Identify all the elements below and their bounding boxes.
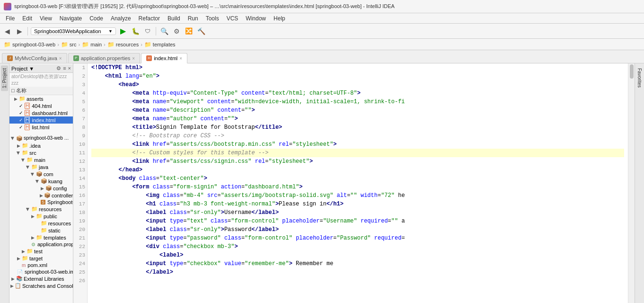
folder-icon: 📁 bbox=[19, 96, 26, 102]
folder-icon: 📁 bbox=[41, 227, 47, 233]
tree-item-dashboard[interactable]: ✓ H dashboard.html bbox=[9, 109, 73, 116]
src-breadcrumb[interactable]: 📁 src bbox=[61, 41, 77, 48]
menu-item-analyze[interactable]: Analyze bbox=[107, 14, 135, 23]
code-line-11: <!-- Custom styles for this template --> bbox=[91, 149, 624, 157]
tree-item-asserts[interactable]: ▶ 📁 asserts bbox=[9, 95, 73, 102]
menu-item-view[interactable]: View bbox=[36, 14, 56, 23]
title-bar: springboot-03-web [F:\班级管理\西开 [19525] ]2… bbox=[0, 0, 644, 13]
favorites-tab-label[interactable]: Favorites bbox=[636, 65, 643, 90]
tab-close-icon[interactable]: × bbox=[132, 56, 135, 61]
menu-item-navigate[interactable]: Navigate bbox=[56, 14, 86, 23]
tree-idea[interactable]: ▶ 📁 .idea bbox=[9, 142, 73, 149]
run-config-selector[interactable]: Springboot03WebApplication ▼ bbox=[31, 27, 116, 35]
java-file-icon: S bbox=[41, 200, 45, 205]
project-tab-label[interactable]: 1: Project bbox=[1, 65, 8, 91]
tree-external-libs[interactable]: ▶ 📚 External Libraries bbox=[9, 275, 73, 282]
search-everywhere-icon[interactable]: 🔍 bbox=[159, 26, 169, 36]
menu-item-window[interactable]: Window bbox=[242, 14, 270, 23]
checkbox-icon: ✓ bbox=[19, 117, 23, 123]
tree-resources2[interactable]: 📁 resources bbox=[9, 220, 73, 227]
tab-mymvcconfig[interactable]: J MyMvcConfig.java × bbox=[2, 53, 67, 63]
code-line-22: <input type="password" class="form-contr… bbox=[91, 234, 624, 242]
code-line-18: <h1 class="h3 mb-3 font-weight-normal">P… bbox=[91, 200, 624, 208]
menu-item-code[interactable]: Code bbox=[86, 14, 107, 23]
templates-breadcrumb[interactable]: 📁 templates bbox=[144, 41, 176, 48]
menu-item-vcs[interactable]: VCS bbox=[223, 14, 242, 23]
debug-icon[interactable]: 🐛 bbox=[130, 26, 141, 36]
tree-root[interactable]: ▶ 📦 springboot-03-web F:\\班级管理... bbox=[9, 134, 73, 142]
tab-application-properties[interactable]: P application.properties × bbox=[68, 53, 140, 63]
tree-target[interactable]: ▶ 📁 target bbox=[9, 255, 73, 262]
tree-test[interactable]: ▶ 📁 test bbox=[9, 248, 73, 255]
menu-item-file[interactable]: File bbox=[2, 14, 18, 23]
folder-icon: 📁 bbox=[144, 41, 151, 48]
vcs-icon[interactable]: 🔀 bbox=[184, 26, 194, 36]
checkbox-icon: ✓ bbox=[19, 125, 23, 130]
back-icon[interactable]: ◀ bbox=[2, 26, 12, 36]
menu-item-edit[interactable]: Edit bbox=[18, 14, 36, 23]
main-layout: 1: Project Project ▼ ⚙ ≡ × ator\Desktop\… bbox=[0, 63, 644, 303]
tree-templates[interactable]: ▶ 📁 templates bbox=[9, 234, 73, 241]
code-line-20: <input type="text" class="form-control" … bbox=[91, 217, 624, 225]
tree-main[interactable]: ▶ 📁 main bbox=[9, 156, 73, 163]
scratches-label: Scratches and Consoles bbox=[22, 283, 73, 289]
tree-close-icon[interactable]: × bbox=[68, 65, 71, 71]
project-vertical-tab[interactable]: 1: Project bbox=[0, 63, 9, 303]
code-content: 1 2 3 4 5 6 7 8 9 10 11 12 13 14 15 16 1… bbox=[73, 63, 635, 303]
code-line-1: <!DOCTYPE html> bbox=[91, 63, 624, 72]
build-icon[interactable]: 🔨 bbox=[196, 26, 206, 36]
tree-arrow-icon: ▶ bbox=[30, 172, 35, 177]
tree-java[interactable]: ▶ 📁 java bbox=[9, 163, 73, 170]
html-file-icon: H bbox=[25, 124, 30, 130]
tree-pomxml[interactable]: m pom.xml bbox=[9, 262, 73, 268]
tree-static[interactable]: 📁 static bbox=[9, 227, 73, 234]
tree-config[interactable]: ▶ 📦 config bbox=[9, 185, 73, 192]
properties-file-icon: ⚙ bbox=[31, 242, 35, 247]
resources-breadcrumb[interactable]: 📁 resources bbox=[107, 41, 139, 48]
menu-item-build[interactable]: Build bbox=[164, 14, 184, 23]
main-breadcrumb[interactable]: 📁 main bbox=[82, 41, 102, 48]
name-column-header: □ 名称 bbox=[9, 87, 73, 95]
tree-iml[interactable]: 📄 springboot-03-web.iml bbox=[9, 268, 73, 275]
menu-item-refactor[interactable]: Refactor bbox=[135, 14, 164, 23]
tree-resources[interactable]: ▶ 📁 resources bbox=[9, 205, 73, 213]
code-line-25: <input type="checkbox" value="remember-m… bbox=[91, 259, 624, 268]
coverage-icon[interactable]: 🛡 bbox=[142, 26, 153, 36]
settings-icon[interactable]: ⚙ bbox=[171, 26, 182, 36]
tree-arrow-icon: ▶ bbox=[40, 193, 43, 198]
package-icon: 📦 bbox=[45, 185, 52, 191]
project-panel: 1: Project Project ▼ ⚙ ≡ × ator\Desktop\… bbox=[0, 63, 73, 303]
tree-public[interactable]: ▶ 📁 public bbox=[9, 213, 73, 220]
menu-item-run[interactable]: Run bbox=[184, 14, 202, 23]
tree-settings-icon[interactable]: ⚙ bbox=[56, 65, 61, 71]
tree-appprops[interactable]: ⚙ application.properties bbox=[9, 241, 73, 248]
tree-collapse-icon[interactable]: ≡ bbox=[63, 65, 66, 71]
tab-index-html[interactable]: H index.html × bbox=[141, 53, 187, 63]
editor-scrollbar-gutter[interactable] bbox=[628, 63, 635, 303]
java-file-icon: J bbox=[7, 55, 13, 61]
tree-src[interactable]: ▶ 📁 src bbox=[9, 149, 73, 156]
tree-controller[interactable]: ▶ 📦 controller bbox=[9, 192, 73, 199]
tree-item-404[interactable]: ✓ H 404.html bbox=[9, 102, 73, 109]
menu-item-help[interactable]: Help bbox=[270, 14, 289, 23]
tree-arrow-icon: ▶ bbox=[10, 276, 15, 281]
menu-item-tools[interactable]: Tools bbox=[202, 14, 223, 23]
tree-kuang[interactable]: ▶ 📦 kuang bbox=[9, 178, 73, 185]
code-editor[interactable]: <!DOCTYPE html> <html lang="en"> <head> … bbox=[88, 63, 628, 303]
code-line-21: <label class="sr-only">Password</label> bbox=[91, 225, 624, 234]
scrollbar-thumb[interactable] bbox=[630, 64, 634, 79]
folder-icon: 📁 bbox=[107, 41, 115, 48]
tab-close-icon[interactable]: × bbox=[59, 56, 62, 61]
springboot-breadcrumb[interactable]: 📁 springboot-03-web bbox=[4, 41, 55, 48]
tab-close-icon[interactable]: × bbox=[179, 56, 182, 61]
tree-springapp[interactable]: S Springboot03WebApplication bbox=[9, 199, 73, 205]
tree-com[interactable]: ▶ 📦 com bbox=[9, 170, 73, 178]
tree-item-list[interactable]: ✓ H list.html bbox=[9, 124, 73, 131]
tree-scratches[interactable]: ▶ 📋 Scratches and Consoles bbox=[9, 282, 73, 289]
folder-icon: 📁 bbox=[26, 248, 33, 254]
tree-item-index[interactable]: ✓ H index.html bbox=[9, 116, 73, 124]
forward-icon[interactable]: ▶ bbox=[14, 26, 25, 36]
run-icon[interactable]: ▶ bbox=[118, 26, 128, 36]
tree-arrow-icon: ▶ bbox=[13, 97, 18, 101]
properties-file-icon: P bbox=[73, 55, 79, 61]
